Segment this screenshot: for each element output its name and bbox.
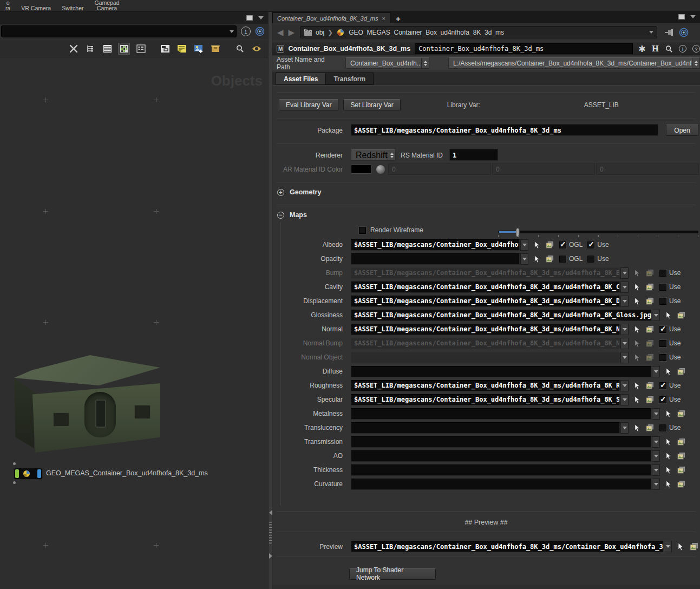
ogl-checkbox[interactable] [559,241,566,248]
jump-to-shader-network-button[interactable]: Jump To Shader Network [349,568,436,580]
maps-section-header[interactable]: − Maps [277,211,307,219]
image-browser-icon[interactable] [645,269,655,277]
node-name-input[interactable]: Container_Box_ud4nfhofa_8K_3d_ms [415,43,633,54]
file-chooser-icon[interactable] [633,339,642,348]
sticky-note-icon[interactable] [176,43,188,55]
file-chooser-icon[interactable] [665,452,673,460]
image-browser-icon[interactable] [645,325,655,333]
chevron-down-icon[interactable] [230,30,234,33]
image-browser-icon[interactable] [645,396,655,404]
new-tab-button[interactable]: + [396,14,401,23]
shelf-tool-switcher[interactable]: Switcher [56,5,89,11]
map-path-field[interactable]: $ASSET_LIB/megascans/Container_Box_ud4nf… [351,394,620,405]
chevron-down-icon[interactable] [620,422,629,434]
map-path-field[interactable] [351,408,651,420]
search-icon[interactable] [234,43,246,55]
splitter-grip[interactable] [269,522,272,545]
file-chooser-icon[interactable] [665,410,673,418]
collapse-minus-icon[interactable]: − [277,212,284,219]
use-checkbox[interactable] [659,298,666,305]
spinner-icon[interactable] [692,58,699,68]
forward-arrow-icon[interactable]: ▶ [289,28,295,37]
detail-view-icon[interactable] [135,43,147,55]
chevron-down-icon[interactable] [652,464,660,476]
chevron-down-icon[interactable] [620,394,629,405]
tab-asset-files[interactable]: Asset Files [276,73,326,85]
chevron-down-icon[interactable] [620,296,629,307]
back-arrow-icon[interactable]: ◀ [277,28,284,37]
file-chooser-icon[interactable] [677,542,685,551]
image-browser-icon[interactable] [645,382,655,390]
file-chooser-icon[interactable] [665,368,673,376]
chevron-down-icon[interactable] [620,352,629,363]
map-path-field[interactable]: $ASSET_LIB/megascans/Container_Box_ud4nf… [351,380,620,391]
shelf-tool-stereo-camera[interactable]: o ra [0,0,16,11]
image-browser-icon[interactable] [677,452,686,460]
image-browser-icon[interactable] [677,410,686,418]
map-path-field[interactable]: $ASSET_LIB/megascans/Container_Box_ud4nf… [351,338,620,349]
chevron-down-icon[interactable] [652,366,660,377]
node-name-label[interactable]: GEO_MEGAS_Container_Box_ud4nfhofa_8K_3d_… [46,469,208,477]
ogl-checkbox[interactable] [559,256,566,263]
eval-library-var-button[interactable]: Eval Library Var [279,99,338,110]
chevron-down-icon[interactable] [652,479,660,490]
pane-splitter[interactable] [268,12,272,589]
map-path-field[interactable]: $ASSET_LIB/megascans/Container_Box_ud4nf… [351,282,620,293]
use-checkbox[interactable] [659,284,666,291]
network-canvas[interactable]: Objects [0,57,268,589]
image-browser-icon[interactable] [645,339,655,348]
spinner-icon[interactable] [421,58,429,68]
expand-plus-icon[interactable]: + [277,189,284,196]
render-wireframe-checkbox[interactable] [359,227,366,234]
shelf-tool-gamepad-camera[interactable]: Gamepad Camera [89,0,125,11]
shelf-box-icon[interactable] [210,43,221,55]
map-path-field[interactable]: $ASSET_LIB/megascans/Container_Box_ud4nf… [351,324,620,335]
use-checkbox[interactable] [659,396,666,403]
file-chooser-icon[interactable] [665,480,673,488]
image-browser-icon[interactable] [545,255,554,263]
use-checkbox[interactable] [659,424,666,431]
geometry-section-header[interactable]: + Geometry [277,188,321,196]
list-view-icon[interactable] [101,43,113,55]
image-browser-icon[interactable] [677,438,686,446]
info-icon[interactable]: i [679,45,686,53]
map-path-field[interactable] [351,479,651,490]
map-path-field[interactable]: $ASSET_LIB/megascans/Container_Box_ud4nf… [351,239,520,251]
use-checkbox[interactable] [659,326,666,333]
open-button[interactable]: Open [666,125,698,136]
file-chooser-icon[interactable] [665,466,673,474]
use-checkbox[interactable] [659,270,666,277]
shelf-tool-vr-camera[interactable]: VR Camera [16,5,56,11]
chevron-down-icon[interactable] [620,338,629,349]
chevron-down-icon[interactable] [620,380,629,391]
node-render-flag[interactable] [37,469,41,478]
geo-node[interactable] [14,468,43,480]
file-chooser-icon[interactable] [633,283,642,291]
file-chooser-icon[interactable] [633,396,642,404]
snapshot-badge[interactable]: 1 [241,27,251,36]
file-chooser-icon[interactable] [633,269,642,277]
map-path-field[interactable] [351,253,520,265]
set-library-var-button[interactable]: Set Library Var [343,99,400,110]
gear-icon[interactable]: ✱ [638,44,645,54]
chevron-down-icon[interactable] [652,310,660,321]
breadcrumb-root[interactable]: obj [316,29,324,36]
grid-view-icon[interactable] [118,43,130,55]
asset-path-dropdown[interactable]: L:/Assets/megascans/Container_Box_ud4nfh… [448,57,700,69]
file-chooser-icon[interactable] [665,438,673,446]
file-chooser-icon[interactable] [633,297,642,305]
chevron-down-icon[interactable] [664,541,672,552]
image-browser-icon[interactable] [689,542,699,551]
pane-maximize-icon[interactable] [678,14,685,19]
color-picker-sphere-icon[interactable] [376,165,385,174]
use-checkbox[interactable] [659,340,666,347]
image-browser-icon[interactable] [677,368,686,376]
chevron-down-icon[interactable] [652,436,660,448]
map-path-field[interactable] [351,352,620,363]
asset-name-dropdown[interactable]: Container_Box_ud4nfh... [345,57,429,69]
chevron-down-icon[interactable] [620,282,629,293]
chevron-down-icon[interactable] [620,324,629,335]
file-chooser-icon[interactable] [533,241,541,249]
pin-icon[interactable] [664,28,675,37]
tools-icon[interactable] [68,43,80,55]
